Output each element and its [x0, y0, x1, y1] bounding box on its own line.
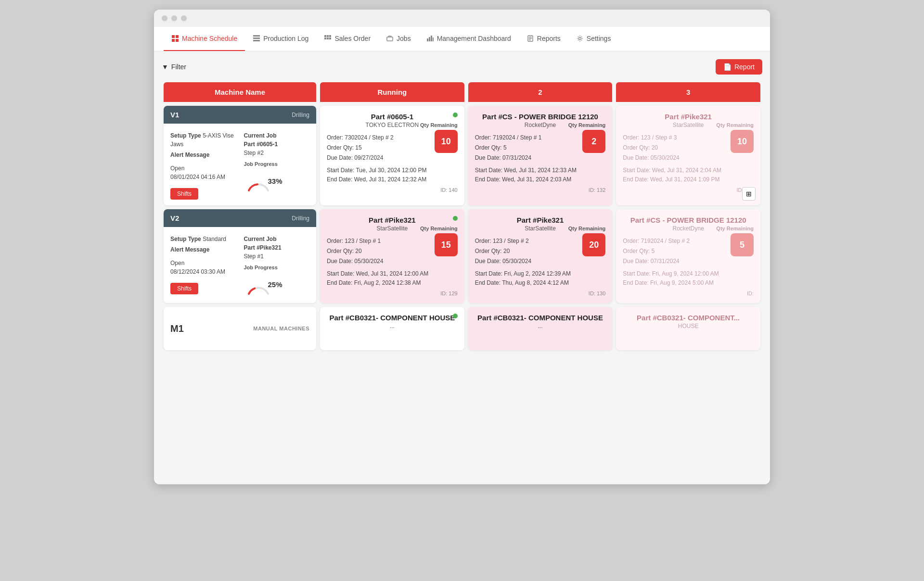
machine-v1-right: Current Job Part #0605-1 Step #2 Job Pro… — [244, 131, 310, 200]
qty-badge-r2c3: 5 — [731, 233, 754, 256]
browser-dot-yellow — [171, 15, 177, 21]
machine-v1-left: Setup Type 5-AXIS Vise Jaws Alert Messag… — [170, 131, 236, 200]
toolbar: ▼ Filter 📄 Report — [162, 59, 762, 75]
part-title-r2c2: Part #Pike321 — [475, 216, 606, 224]
machine-v1-two-col: Setup Type 5-AXIS Vise Jaws Alert Messag… — [170, 131, 309, 200]
part-dates-r1c1: Start Date: Tue, Jul 30, 2024 12:00 PM E… — [327, 166, 458, 184]
qty-label-r2c1: Qty Remaining — [420, 226, 458, 231]
gear-icon — [576, 35, 584, 42]
machine-v2-status: Open 08/12/2024 03:30 AM — [170, 259, 236, 276]
machine-v1-id: V1 — [170, 111, 179, 119]
machine-v2-alert: Alert Message — [170, 245, 236, 254]
column-headers: Machine Name Running 2 3 — [162, 82, 762, 102]
col3-header: 3 — [616, 82, 760, 102]
svg-rect-9 — [329, 35, 331, 37]
part-title-r3c1: Part #CB0321- COMPONENT HOUSE — [327, 314, 458, 322]
part-id-r2c3: ID: — [623, 290, 754, 296]
col2-header: 2 — [468, 82, 613, 102]
svg-rect-11 — [327, 38, 329, 39]
row-m1: M1 MANUAL MACHINES Part #CB0321- COMPONE… — [162, 305, 762, 352]
machine-v2-type: Drilling — [292, 215, 309, 222]
status-dot-r3c1 — [453, 314, 458, 318]
machine-v1-type: Drilling — [292, 112, 309, 118]
machine-v2-shifts-button[interactable]: Shifts — [170, 283, 198, 294]
row-v1: V1 Drilling Setup Type 5-AXIS Vise Jaws … — [162, 104, 762, 207]
svg-rect-15 — [429, 37, 430, 41]
report-button[interactable]: 📄 Report — [716, 59, 762, 75]
qty-label-r2c2: Qty Remaining — [568, 226, 606, 231]
part-due-r1c2: Due Date: 07/31/2024 — [475, 153, 606, 162]
nav-machine-schedule[interactable]: Machine Schedule — [164, 27, 245, 51]
nav-management-dashboard-label: Management Dashboard — [437, 35, 511, 42]
machine-v1-setup: Setup Type 5-AXIS Vise Jaws — [170, 131, 236, 149]
report-icon: 📄 — [723, 63, 732, 71]
part-due-r1c3: Due Date: 05/30/2024 — [623, 153, 754, 162]
machine-card-v1-body: Setup Type 5-AXIS Vise Jaws Alert Messag… — [164, 124, 316, 205]
content-area: ▼ Filter 📄 Report Machine Name Running 2… — [154, 51, 770, 484]
machine-v2-left: Setup Type Standard Alert Message Open 0… — [170, 235, 236, 296]
running-header: Running — [320, 82, 464, 102]
chart-icon — [426, 35, 434, 42]
nav-production-log-label: Production Log — [263, 35, 308, 42]
nav-settings[interactable]: Settings — [568, 27, 619, 51]
filter-label: Filter — [171, 63, 186, 71]
svg-rect-1 — [176, 35, 179, 38]
machine-card-v2-header: V2 Drilling — [164, 209, 316, 227]
machine-m1-type: MANUAL MACHINES — [253, 326, 309, 331]
part-card-r1c1: Part #0605-1 TOKYO ELECTRON Qty Remainin… — [320, 106, 464, 205]
part-id-r1c1: ID: 140 — [327, 187, 458, 193]
row-v2: V2 Drilling Setup Type Standard Alert Me… — [162, 207, 762, 305]
nav-production-log[interactable]: Production Log — [245, 27, 316, 51]
svg-rect-0 — [172, 35, 175, 38]
svg-rect-6 — [253, 40, 260, 41]
machine-card-v1: V1 Drilling Setup Type 5-AXIS Vise Jaws … — [164, 106, 316, 205]
part-card-r2c3: Part #CS - POWER BRIDGE 12120 RocketDyne… — [616, 209, 760, 303]
report-label: Report — [734, 63, 755, 71]
part-title-r1c3: Part #Pike321 — [623, 113, 754, 121]
filter-button[interactable]: ▼ Filter — [162, 63, 186, 71]
part-id-r1c3: ID: 131 — [623, 187, 754, 193]
machine-v1-current-job: Current Job Part #0605-1 Step #2 — [244, 131, 310, 157]
svg-rect-3 — [176, 39, 179, 42]
nav-reports[interactable]: Reports — [519, 27, 568, 51]
browser-window: Machine Schedule Production Log Sales Or… — [154, 10, 770, 484]
machine-v2-pct: 25% — [268, 280, 282, 289]
part-card-r2c1: Part #Pike321 StarSatellite Qty Remainin… — [320, 209, 464, 303]
part-id-r2c1: ID: 129 — [327, 290, 458, 296]
nav-sales-order[interactable]: Sales Order — [316, 27, 378, 51]
part-title-r3c2: Part #CB0321- COMPONENT HOUSE — [475, 314, 606, 322]
nav-jobs-label: Jobs — [397, 35, 411, 42]
machine-v1-alert: Alert Message — [170, 151, 236, 159]
part-title-r3c3: Part #CB0321- COMPONENT... — [623, 314, 754, 322]
machine-v1-shifts-button[interactable]: Shifts — [170, 188, 198, 200]
qty-badge-r1c2: 2 — [582, 130, 605, 153]
browser-dot-green — [181, 15, 187, 21]
part-card-r1c2: Part #CS - POWER BRIDGE 12120 RocketDyne… — [468, 106, 613, 205]
copy-icon-r1c3[interactable]: ⊞ — [742, 187, 756, 201]
svg-rect-4 — [253, 35, 260, 37]
machine-card-v2-body: Setup Type Standard Alert Message Open 0… — [164, 227, 316, 302]
grid2-icon — [324, 35, 332, 42]
svg-point-22 — [578, 38, 581, 40]
part-dates-r2c3: Start Date: Fri, Aug 9, 2024 12:00 AM En… — [623, 269, 754, 288]
machine-card-v1-header: V1 Drilling — [164, 106, 316, 124]
machine-v2-current-job: Current Job Part #Pike321 Step #1 — [244, 235, 310, 261]
part-title-r2c3: Part #CS - POWER BRIDGE 12120 — [623, 216, 754, 224]
machine-v2-right: Current Job Part #Pike321 Step #1 Job Pr… — [244, 235, 310, 296]
table-icon — [253, 35, 260, 42]
nav-machine-schedule-label: Machine Schedule — [182, 35, 237, 42]
nav-management-dashboard[interactable]: Management Dashboard — [419, 27, 519, 51]
qty-badge-r2c2: 20 — [582, 233, 605, 256]
svg-rect-10 — [324, 38, 326, 39]
svg-rect-14 — [427, 38, 428, 41]
nav-jobs[interactable]: Jobs — [378, 27, 419, 51]
qty-label-r1c1: Qty Remaining — [420, 122, 458, 128]
part-card-r3c2: Part #CB0321- COMPONENT HOUSE ... — [468, 307, 613, 350]
machine-v1-status: Open 08/01/2024 04:16 AM — [170, 164, 236, 181]
qty-badge-r1c1: 10 — [435, 130, 458, 153]
part-dates-r1c3: Start Date: Wed, Jul 31, 2024 2:04 AM En… — [623, 166, 754, 184]
qty-label-r1c2: Qty Remaining — [568, 122, 606, 128]
machine-m1-id: M1 — [170, 323, 184, 334]
machine-card-v2: V2 Drilling Setup Type Standard Alert Me… — [164, 209, 316, 303]
qty-badge-r2c1: 15 — [435, 233, 458, 256]
